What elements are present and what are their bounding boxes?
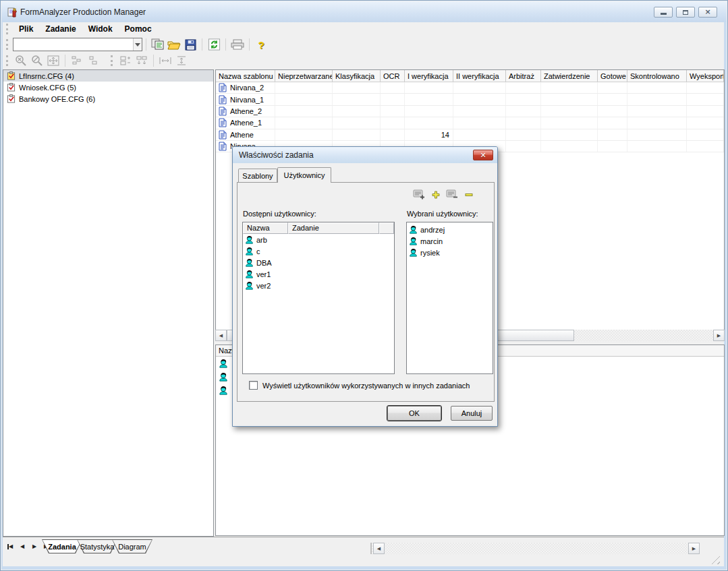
resize-grip[interactable]: [708, 553, 720, 564]
field-order-icon: [71, 55, 83, 66]
document-icon: [219, 83, 227, 92]
zoom-disable-icon: [30, 55, 44, 67]
table-row[interactable]: Athene 14: [216, 129, 724, 141]
column-header[interactable]: Nieprzetwarzane: [275, 70, 333, 82]
help-button[interactable]: ?: [253, 37, 269, 52]
cancel-button[interactable]: Anuluj: [451, 406, 493, 421]
open-folder-icon: [167, 39, 181, 51]
dialog-close-button[interactable]: ✕: [473, 150, 493, 160]
selected-users-list[interactable]: andrzej marcin rysiek: [406, 222, 493, 374]
available-user-row[interactable]: ver2: [243, 280, 394, 291]
menu-widok[interactable]: Widok: [82, 23, 119, 35]
close-button[interactable]: ×: [698, 7, 717, 18]
user-icon: [409, 248, 418, 257]
tree-item-bankowy-ofe[interactable]: Bankowy OFE.CFG (6): [3, 93, 213, 104]
available-user-row[interactable]: DBA: [243, 257, 394, 268]
close-icon: ✕: [480, 151, 486, 160]
save-button[interactable]: [182, 37, 198, 52]
user-icon: [245, 247, 254, 256]
available-user-row[interactable]: arb: [243, 234, 394, 245]
bottom-strip: ◀ ◀ ▶ ▶ Zadania Statystyka Diagram: [3, 537, 724, 566]
prev-tab-button[interactable]: ◀: [18, 541, 27, 551]
restore-button[interactable]: [676, 7, 695, 18]
template-combo-input[interactable]: [13, 38, 133, 51]
user-icon: [245, 281, 254, 290]
selected-user-row[interactable]: marcin: [407, 235, 493, 247]
menu-zadanie[interactable]: Zadanie: [39, 23, 82, 35]
swap-fields-button[interactable]: [134, 53, 150, 68]
fit-window-button[interactable]: [45, 53, 61, 68]
scroll-right-button[interactable]: ▶: [688, 543, 700, 554]
tab-statystyka[interactable]: Statystyka: [77, 539, 117, 553]
show-other-users-option[interactable]: Wyświetl użytkowników wykorzystywanych w…: [249, 381, 470, 390]
tree-item-label: Wniosek.CFG (5): [19, 84, 76, 92]
remove-user-from-list-button[interactable]: [446, 189, 459, 202]
column-header[interactable]: I weryfikacja: [405, 70, 453, 82]
zoom-disable-button[interactable]: [29, 53, 45, 68]
tab-diagram[interactable]: Diagram: [112, 539, 152, 553]
tab-szablony[interactable]: Szablony: [238, 169, 277, 182]
column-header[interactable]: Wyeksportowane: [687, 70, 724, 82]
field-order-button[interactable]: [69, 53, 85, 68]
match-width-button[interactable]: [157, 53, 173, 68]
available-user-row[interactable]: ver1: [243, 268, 394, 280]
user-name: ver2: [256, 282, 271, 290]
zoom-out-button[interactable]: [13, 53, 29, 68]
batch-forms-button[interactable]: [150, 37, 166, 52]
next-tab-button[interactable]: ▶: [30, 541, 39, 551]
column-header[interactable]: Klasyfikacja: [333, 70, 381, 82]
print-button[interactable]: [229, 37, 246, 52]
ok-button[interactable]: OK: [387, 406, 441, 421]
table-row[interactable]: Nirvana_1: [216, 94, 724, 105]
match-width-icon: [159, 56, 172, 65]
column-header[interactable]: II weryfikacja: [453, 70, 506, 82]
column-header[interactable]: Skontrolowano: [627, 70, 687, 82]
match-height-icon: [175, 55, 188, 66]
add-user-button[interactable]: [430, 189, 441, 202]
remove-user-from-list-icon: [446, 189, 459, 200]
tree-item-wniosek[interactable]: Wniosek.CFG (5): [3, 82, 213, 93]
column-header[interactable]: Zatwierdzenie: [541, 70, 598, 82]
tab-zadania[interactable]: Zadania: [42, 539, 82, 553]
checkbox-label: Wyświetl użytkowników wykorzystywanych w…: [262, 382, 470, 390]
field-anchor-button[interactable]: [85, 53, 101, 68]
users-column-header[interactable]: Nazwa: [216, 345, 234, 356]
column-header[interactable]: Arbitraż: [506, 70, 541, 82]
minimize-button[interactable]: [654, 7, 673, 18]
menu-pomoc[interactable]: Pomoc: [119, 23, 158, 35]
available-user-row[interactable]: c: [243, 245, 394, 257]
template-name: Athene: [230, 131, 254, 139]
add-user-to-list-button[interactable]: [413, 189, 426, 202]
remove-user-button[interactable]: [464, 189, 474, 202]
scroll-right-button[interactable]: ▶: [713, 330, 725, 341]
checkbox-unchecked[interactable]: [249, 381, 258, 390]
available-users-list[interactable]: Nazwa Zadanie arb c DBA: [242, 222, 395, 374]
available-col-nazwa[interactable]: Nazwa: [243, 222, 288, 234]
bottom-hscrollbar[interactable]: ◀ ▶: [370, 543, 700, 554]
open-button[interactable]: [166, 37, 182, 52]
table-row[interactable]: Nirvana_2: [216, 82, 724, 94]
tree-item-lfinsrnc[interactable]: LfInsrnc.CFG (4): [3, 70, 213, 82]
available-col-zadanie[interactable]: Zadanie: [288, 222, 379, 234]
selected-user-row[interactable]: rysiek: [407, 247, 493, 258]
menu-plik[interactable]: Plik: [13, 23, 39, 35]
scroll-left-button[interactable]: ◀: [215, 330, 227, 341]
column-header[interactable]: Nazwa szablonu: [216, 70, 275, 82]
tab-uzytkownicy[interactable]: Użytkownicy: [277, 167, 331, 183]
selected-user-row[interactable]: andrzej: [407, 224, 493, 235]
template-combobox[interactable]: [13, 38, 142, 51]
first-tab-button[interactable]: ◀: [5, 541, 15, 551]
column-header[interactable]: OCR: [381, 70, 405, 82]
user-name: andrzej: [420, 226, 445, 234]
table-row[interactable]: Athene_2: [216, 106, 724, 117]
scroll-left-button[interactable]: ◀: [373, 543, 385, 554]
refresh-button[interactable]: [206, 37, 222, 52]
user-icon: [219, 372, 228, 382]
combo-dropdown-button[interactable]: [133, 38, 142, 51]
user-icon: [245, 270, 254, 278]
remove-user-icon: [464, 189, 474, 200]
insert-field-button[interactable]: [117, 53, 134, 68]
column-header[interactable]: Gotowe: [598, 70, 627, 82]
table-row[interactable]: Athene_1: [216, 117, 724, 129]
match-height-button[interactable]: [173, 53, 190, 68]
